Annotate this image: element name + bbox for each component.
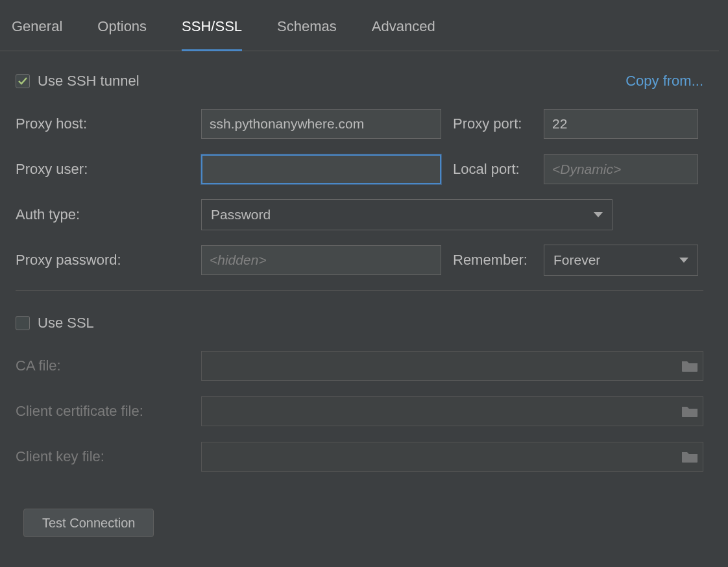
proxy-password-input[interactable]: [201, 245, 441, 275]
folder-icon: [681, 359, 698, 372]
proxy-port-input[interactable]: [544, 109, 698, 139]
section-divider: [16, 290, 703, 291]
ca-file-browse-button[interactable]: [681, 359, 698, 372]
tabs-bar: General Options SSH/SSL Schemas Advanced: [0, 0, 719, 51]
auth-type-select[interactable]: Password: [201, 199, 613, 230]
tab-ssh-ssl[interactable]: SSH/SSL: [182, 18, 242, 51]
use-ssl-checkbox[interactable]: [16, 316, 30, 330]
tab-options[interactable]: Options: [97, 18, 147, 45]
proxy-password-label: Proxy password:: [16, 252, 201, 269]
client-cert-file-label: Client certificate file:: [16, 403, 201, 420]
chevron-down-icon: [594, 212, 603, 217]
local-port-input[interactable]: [544, 154, 698, 184]
local-port-label: Local port:: [453, 161, 544, 178]
proxy-user-label: Proxy user:: [16, 161, 201, 178]
client-cert-file-input: [201, 396, 703, 426]
client-key-file-input: [201, 442, 703, 472]
client-key-file-browse-button[interactable]: [681, 450, 698, 463]
tab-schemas[interactable]: Schemas: [277, 18, 337, 45]
auth-type-value: Password: [211, 207, 594, 223]
remember-label: Remember:: [453, 252, 544, 269]
test-connection-button[interactable]: Test Connection: [23, 509, 154, 537]
tab-general[interactable]: General: [12, 18, 62, 45]
proxy-user-input[interactable]: [201, 154, 441, 184]
tab-advanced[interactable]: Advanced: [372, 18, 435, 45]
client-key-file-label: Client key file:: [16, 448, 201, 465]
client-cert-file-browse-button[interactable]: [681, 405, 698, 418]
folder-icon: [681, 405, 698, 418]
check-icon: [18, 76, 28, 86]
use-ssh-tunnel-checkbox[interactable]: [16, 74, 30, 88]
remember-select[interactable]: Forever: [544, 245, 698, 276]
auth-type-label: Auth type:: [16, 206, 201, 223]
proxy-port-label: Proxy port:: [453, 115, 544, 132]
remember-value: Forever: [553, 252, 679, 268]
use-ssh-tunnel-label: Use SSH tunnel: [38, 73, 140, 90]
folder-icon: [681, 450, 698, 463]
copy-from-link[interactable]: Copy from...: [625, 73, 703, 90]
ca-file-input: [201, 351, 703, 381]
ssh-ssl-settings-panel: General Options SSH/SSL Schemas Advanced…: [0, 0, 719, 567]
proxy-host-input[interactable]: [201, 109, 441, 139]
proxy-host-label: Proxy host:: [16, 115, 201, 132]
chevron-down-icon: [679, 258, 688, 263]
use-ssl-label: Use SSL: [38, 315, 94, 332]
ca-file-label: CA file:: [16, 357, 201, 374]
